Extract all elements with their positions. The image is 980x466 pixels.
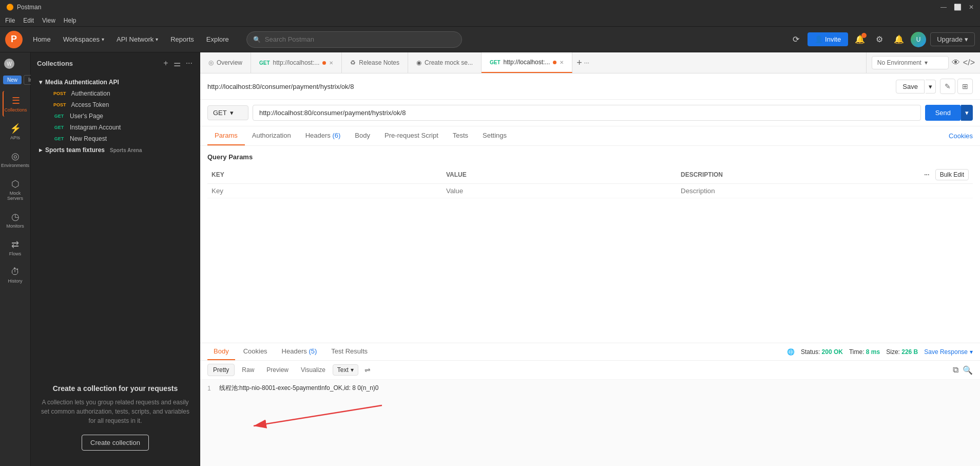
send-dropdown-btn[interactable]: ▾ <box>961 105 973 121</box>
history-icon: ⏱ <box>11 267 20 277</box>
user-avatar[interactable]: U <box>911 32 926 47</box>
send-button[interactable]: Send <box>925 105 961 121</box>
format-type-select[interactable]: Text ▾ <box>333 364 358 376</box>
tree-item-new-request[interactable]: GET New Request <box>43 133 200 144</box>
fmt-tab-visualize[interactable]: Visualize <box>296 364 331 376</box>
tab-release-notes[interactable]: ♻ Release Notes <box>342 52 408 73</box>
sidebar-item-collections[interactable]: ☰ Collections <box>3 91 28 117</box>
tab-get1[interactable]: GET http://localhost:... ✕ <box>251 52 342 73</box>
tab-env-area: ◎ Overview GET http://localhost:... ✕ ♻ … <box>200 52 980 73</box>
edit-pencil-btn[interactable]: ✎ <box>940 79 955 94</box>
key-input[interactable] <box>212 187 438 195</box>
menu-help[interactable]: Help <box>64 17 76 24</box>
new-button[interactable]: New <box>3 76 22 84</box>
rtab-params[interactable]: Params <box>207 126 245 145</box>
copy-response-btn[interactable]: ⧉ <box>953 365 958 375</box>
save-button[interactable]: Save <box>896 80 925 94</box>
invite-button[interactable]: 👤 Invite <box>808 32 848 46</box>
response-line-1: 1 线程池:http-nio-8001-exec-5paymentInfo_OK… <box>207 384 973 393</box>
method-select[interactable]: GET ▾ <box>207 105 248 120</box>
description-input[interactable] <box>681 187 907 195</box>
menu-view[interactable]: View <box>42 17 55 24</box>
tree-item-users-page[interactable]: GET User's Page <box>43 110 200 122</box>
close-tab-2[interactable]: ✕ <box>560 60 564 65</box>
tree-item-instagram[interactable]: GET Instagram Account <box>43 122 200 133</box>
bulk-edit-button[interactable]: Bulk Edit <box>935 169 969 180</box>
close-tab-1[interactable]: ✕ <box>329 60 333 66</box>
tree-item-sports[interactable]: ▸ Sports team fixtures Sports Arena <box>31 144 200 156</box>
add-tab-btn[interactable]: + <box>577 58 582 68</box>
search-response-btn[interactable]: 🔍 <box>963 365 973 375</box>
add-collection-btn[interactable]: + <box>162 58 169 69</box>
dot-indicator-2 <box>553 61 556 64</box>
eye-icon-btn[interactable]: 👁 <box>952 58 960 67</box>
env-area: No Environment ▾ 👁 </> <box>866 52 980 73</box>
fmt-tab-raw[interactable]: Raw <box>237 364 259 376</box>
mock-icon: ◉ <box>416 59 421 66</box>
line-wrap-btn[interactable]: ⇌ <box>364 366 371 374</box>
environment-selector[interactable]: No Environment ▾ <box>872 56 949 69</box>
search-bar[interactable]: 🔍 <box>246 31 462 48</box>
sidebar-item-apis[interactable]: ⚡ APIs <box>3 119 28 144</box>
sidebar-item-mock-servers[interactable]: ⬡ Mock Servers <box>3 174 28 205</box>
fmt-tab-preview[interactable]: Preview <box>261 364 294 376</box>
tab-overview[interactable]: ◎ Overview <box>200 52 251 73</box>
minimize-btn[interactable]: — <box>940 4 947 11</box>
fmt-tab-pretty[interactable]: Pretty <box>207 364 235 376</box>
tree-item-authentication[interactable]: POST Authentication <box>43 88 200 99</box>
nav-api-network[interactable]: API Network ▾ <box>111 32 163 46</box>
nav-reports[interactable]: Reports <box>165 32 199 46</box>
rtab-settings[interactable]: Settings <box>475 126 514 145</box>
sync-icon-btn[interactable]: ⟳ <box>788 32 803 47</box>
tab-create-mock[interactable]: ◉ Create mock se... <box>408 52 482 73</box>
tree-item-media-auth[interactable]: ▾ Media Authentication API <box>31 77 200 88</box>
resp-tab-headers[interactable]: Headers (5) <box>276 343 323 360</box>
rtab-tests[interactable]: Tests <box>446 126 475 145</box>
cookie-btn[interactable]: 🔔 <box>891 32 907 47</box>
resp-tab-cookies[interactable]: Cookies <box>237 343 274 360</box>
rtab-authorization[interactable]: Authorization <box>245 126 298 145</box>
search-input[interactable] <box>265 35 455 43</box>
sidebar-item-history[interactable]: ⏱ History <box>3 263 28 288</box>
maximize-btn[interactable]: ⬜ <box>954 4 962 11</box>
more-options-btn[interactable]: ··· <box>185 58 194 69</box>
edit-icons: ✎ ⊞ <box>940 79 973 94</box>
url-input[interactable] <box>253 105 921 121</box>
filter-btn[interactable]: ⚌ <box>172 58 182 69</box>
sidebar-item-flows[interactable]: ⇄ Flows <box>3 235 28 260</box>
rtab-body[interactable]: Body <box>348 126 377 145</box>
response-tabs: Body Cookies Headers (5) Test Results 🌐 … <box>200 343 980 361</box>
notification-btn[interactable]: 🔔 <box>852 32 868 47</box>
annotation-arrow <box>238 403 973 430</box>
nav-workspaces[interactable]: Workspaces ▾ <box>58 32 109 46</box>
response-actions: ⧉ 🔍 <box>953 365 973 375</box>
resp-tab-body[interactable]: Body <box>207 343 235 360</box>
cookies-link[interactable]: Cookies <box>949 132 973 140</box>
tab-get2-active[interactable]: GET http://localhost:... ✕ <box>482 52 572 73</box>
window-controls[interactable]: — ⬜ ✕ <box>940 4 974 11</box>
col-actions: ··· Bulk Edit <box>911 166 973 184</box>
more-options-icon[interactable]: ··· <box>924 171 929 178</box>
code-icon-btn[interactable]: </> <box>963 58 975 67</box>
rtab-headers[interactable]: Headers (6) <box>298 126 348 145</box>
col-description: DESCRIPTION <box>677 166 911 184</box>
tree-item-access-token[interactable]: POST Access Token <box>43 99 200 110</box>
menu-edit[interactable]: Edit <box>23 17 34 24</box>
edit-layout-btn[interactable]: ⊞ <box>957 79 973 94</box>
resp-tab-test-results[interactable]: Test Results <box>325 343 374 360</box>
upgrade-button[interactable]: Upgrade ▾ <box>930 32 975 46</box>
nav-explore[interactable]: Explore <box>201 32 234 46</box>
rtab-pre-request[interactable]: Pre-request Script <box>377 126 446 145</box>
tab-options-btn[interactable]: ··· <box>584 59 589 66</box>
close-btn[interactable]: ✕ <box>969 4 974 11</box>
settings-btn[interactable]: ⚙ <box>872 32 887 47</box>
value-input[interactable] <box>446 187 672 195</box>
sidebar-item-monitors[interactable]: ◷ Monitors <box>3 207 28 233</box>
menu-file[interactable]: File <box>5 17 15 24</box>
save-dropdown-btn[interactable]: ▾ <box>926 80 936 94</box>
save-response-btn[interactable]: Save Response ▾ <box>924 348 973 356</box>
nav-home[interactable]: Home <box>28 32 56 46</box>
sidebar-item-environments[interactable]: ◎ Environments <box>3 146 28 172</box>
create-collection-button[interactable]: Create collection <box>82 435 149 451</box>
logo-button[interactable]: P <box>5 31 23 48</box>
